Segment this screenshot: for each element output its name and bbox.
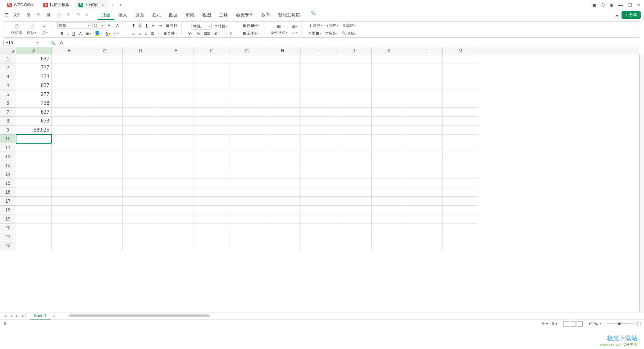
cell[interactable]: [52, 223, 87, 233]
column-header[interactable]: M: [443, 47, 478, 54]
fill-color-button[interactable]: 🪣▾: [94, 30, 103, 37]
cell[interactable]: [16, 206, 52, 215]
cell[interactable]: [407, 108, 443, 117]
cell[interactable]: [87, 117, 123, 126]
cell[interactable]: 637: [16, 108, 52, 117]
cell[interactable]: [372, 135, 407, 144]
cell[interactable]: [336, 161, 372, 170]
cell[interactable]: [52, 188, 87, 197]
cell-style-button[interactable]: □▾: [291, 30, 298, 36]
cell[interactable]: [16, 241, 52, 250]
cell[interactable]: [336, 188, 372, 197]
cell[interactable]: [52, 99, 87, 108]
cell[interactable]: [372, 126, 407, 135]
cell[interactable]: [443, 54, 478, 63]
row-header[interactable]: 19: [0, 214, 16, 223]
cell[interactable]: [229, 232, 265, 241]
cell[interactable]: [87, 170, 123, 179]
cell[interactable]: [301, 108, 336, 117]
cell[interactable]: [443, 143, 478, 152]
cell[interactable]: [372, 241, 407, 250]
cell[interactable]: [336, 99, 372, 108]
cell[interactable]: [16, 223, 52, 233]
cell[interactable]: [229, 179, 265, 188]
cell[interactable]: [372, 117, 407, 126]
cell[interactable]: [194, 188, 229, 197]
tab-wps-office[interactable]: W WPS Office: [3, 0, 39, 10]
cell[interactable]: [194, 63, 229, 72]
column-header[interactable]: G: [229, 47, 265, 54]
cell[interactable]: [87, 152, 123, 161]
cell[interactable]: [158, 188, 194, 197]
merge-button[interactable]: ⊟ 合并▾: [162, 30, 178, 37]
row-header[interactable]: 22: [0, 241, 16, 250]
cell[interactable]: [194, 214, 229, 223]
cell[interactable]: [52, 63, 87, 72]
cell[interactable]: [443, 223, 478, 233]
cell[interactable]: [87, 126, 123, 135]
cell[interactable]: [87, 108, 123, 117]
cell[interactable]: [87, 63, 123, 72]
cell[interactable]: [443, 117, 478, 126]
eye-icon[interactable]: 👁 ▾: [541, 321, 548, 326]
cell[interactable]: [52, 161, 87, 170]
sheet-tab[interactable]: Sheet1: [30, 313, 51, 319]
row-header[interactable]: 17: [0, 197, 16, 206]
cell[interactable]: [87, 90, 123, 99]
cell[interactable]: [52, 72, 87, 81]
cell[interactable]: [372, 170, 407, 179]
transpose-button[interactable]: ⇄ 转换▾: [213, 23, 229, 30]
font-size-select[interactable]: 11▾: [92, 22, 105, 29]
cell[interactable]: [301, 81, 336, 90]
row-header[interactable]: 14: [0, 170, 16, 179]
column-header[interactable]: D: [123, 47, 158, 54]
cell[interactable]: [372, 81, 407, 90]
cell[interactable]: [336, 223, 372, 233]
zoom-slider[interactable]: [607, 323, 631, 324]
row-header[interactable]: 3: [0, 72, 16, 81]
cell[interactable]: [443, 232, 478, 241]
cell[interactable]: [194, 143, 229, 152]
cell[interactable]: [158, 81, 194, 90]
cell[interactable]: [301, 161, 336, 170]
cell[interactable]: [229, 63, 265, 72]
cell[interactable]: [265, 108, 301, 117]
cell[interactable]: [16, 214, 52, 223]
cell[interactable]: [301, 223, 336, 233]
tab-data[interactable]: 数据: [165, 10, 181, 20]
cell[interactable]: [265, 63, 301, 72]
cell[interactable]: [158, 63, 194, 72]
cell[interactable]: [123, 108, 158, 117]
cell[interactable]: [407, 63, 443, 72]
tab-smart[interactable]: 智能工具箱: [274, 10, 304, 20]
cell[interactable]: [52, 179, 87, 188]
last-sheet-button[interactable]: ►I: [21, 314, 27, 318]
cell[interactable]: [16, 197, 52, 206]
row-header[interactable]: 13: [0, 161, 16, 170]
cell[interactable]: [16, 188, 52, 197]
horizontal-scrollbar[interactable]: [69, 314, 642, 318]
cell[interactable]: [265, 206, 301, 215]
column-header[interactable]: K: [372, 47, 407, 54]
cell[interactable]: [229, 214, 265, 223]
cell[interactable]: [407, 161, 443, 170]
cell[interactable]: 737: [16, 63, 52, 72]
cell[interactable]: [265, 99, 301, 108]
cell[interactable]: [443, 108, 478, 117]
cell[interactable]: [229, 126, 265, 135]
cell[interactable]: [123, 143, 158, 152]
column-header[interactable]: B: [52, 47, 87, 54]
cell[interactable]: [265, 126, 301, 135]
cell[interactable]: [87, 81, 123, 90]
row-header[interactable]: 16: [0, 188, 16, 197]
row-header[interactable]: 4: [0, 81, 16, 90]
cell[interactable]: [301, 214, 336, 223]
row-header[interactable]: 12: [0, 152, 16, 161]
cell[interactable]: [194, 206, 229, 215]
row-header[interactable]: 9: [0, 126, 16, 135]
cell[interactable]: [443, 99, 478, 108]
cell[interactable]: [123, 135, 158, 144]
cell[interactable]: [407, 232, 443, 241]
cell[interactable]: [229, 143, 265, 152]
cell[interactable]: [229, 161, 265, 170]
